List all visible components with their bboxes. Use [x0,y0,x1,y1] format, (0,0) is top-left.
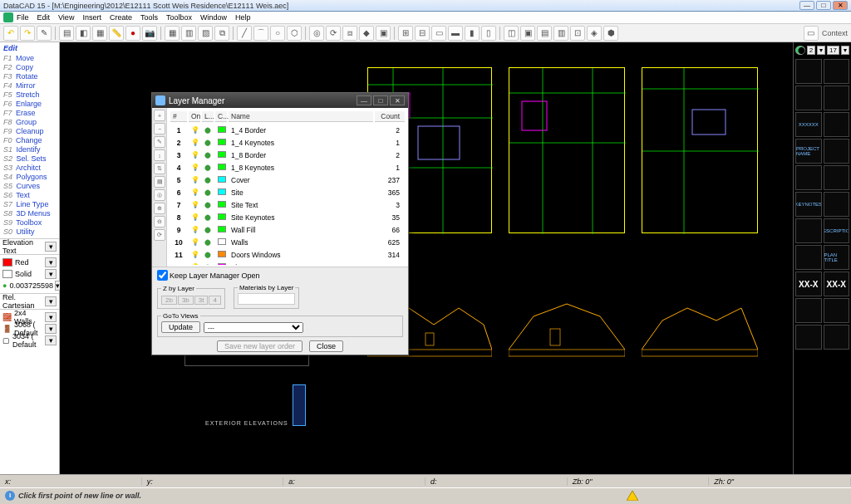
lock-icon[interactable]: ⬤ [204,177,211,183]
layer-name[interactable]: 1_4 Keynotes [229,138,373,147]
layer-tool-icon[interactable]: ⊕ [154,203,165,214]
sheet-thumbnail[interactable]: XX-X [824,272,850,296]
fkey-3d-menus[interactable]: S8 3D Menus [3,209,56,218]
fkey-stretch[interactable]: F5 Stretch [3,91,56,100]
chevron-down-icon[interactable]: ▾ [45,335,57,345]
bulb-icon[interactable]: 💡 [191,139,199,146]
fkey-identify[interactable]: S1 Identify [3,145,56,154]
scale-value[interactable]: 0.003725598 [9,281,53,290]
tool-icon[interactable]: ▤ [537,26,552,41]
layer-name[interactable]: Site Text [229,200,373,209]
fkey-rotate[interactable]: F3 Rotate [3,72,56,81]
color-swatch[interactable] [2,258,12,267]
bulb-icon[interactable]: 💡 [191,188,199,196]
tool-icon[interactable]: ◈ [587,26,602,41]
menu-window[interactable]: Window [200,13,227,22]
fkey-curves[interactable]: S5 Curves [3,182,56,191]
dialog-titlebar[interactable]: Layer Manager — □ ✕ [152,93,408,108]
panel-counter[interactable]: 17 [827,46,839,55]
tab-button[interactable]: 3t [194,296,209,305]
bulb-icon[interactable]: 💡 [191,176,199,183]
col-index[interactable]: # [170,111,187,122]
dialog-minimize-button[interactable]: — [357,95,371,105]
lock-icon[interactable]: ⬤ [204,252,211,257]
lock-icon[interactable]: ⬤ [204,164,211,170]
layer-table[interactable]: # On L... C... Name Count 1💡⬤1_4 Border2… [167,108,408,267]
save-order-button[interactable]: Save new layer order [217,340,303,352]
lock-icon[interactable]: ⬤ [204,127,211,133]
layer-color-swatch[interactable] [218,201,226,208]
tool-icon[interactable]: ▥ [553,26,568,41]
fkey-text[interactable]: S6 Text [3,191,56,200]
sheet-thumbnail[interactable]: XX-X [795,272,822,296]
sheet-thumbnail[interactable] [824,192,850,217]
tool-icon[interactable]: ◧ [76,26,91,41]
layer-color-swatch[interactable] [218,176,226,183]
fkey-enlarge[interactable]: F6 Enlarge [3,100,56,109]
sheet-thumbnail[interactable]: XXXXXX [795,112,822,137]
menu-create[interactable]: Create [110,13,132,22]
chevron-down-icon[interactable]: ▾ [45,324,57,334]
bulb-icon[interactable]: 💡 [191,201,199,208]
sheet-thumbnail[interactable] [824,86,850,110]
line-icon[interactable]: ╱ [237,26,252,41]
layer-color-swatch[interactable] [218,188,226,195]
layer-row[interactable]: 8💡⬤Site Keynotes35 [169,211,406,223]
linetype-swatch[interactable] [2,270,12,278]
hatch-icon[interactable]: ▨ [198,26,213,41]
lock-icon[interactable]: ⬤ [204,202,211,208]
sheet-thumbnail[interactable]: PLAN TITLE [824,245,850,270]
fkey-line-type[interactable]: S7 Line Type [3,200,56,209]
close-button[interactable]: ✕ [833,1,848,10]
text-style-dropdown[interactable]: Elevation Text [2,238,43,255]
sheet-thumbnail[interactable] [824,325,850,350]
layer-name[interactable]: Site Keynotes [229,213,373,222]
fkey-erase[interactable]: F7 Erase [3,109,56,118]
fkey-architct[interactable]: S3 Architct [3,164,56,173]
layer-color-swatch[interactable] [218,263,226,266]
sheet-thumbnail[interactable] [795,86,822,110]
bulb-icon[interactable]: 💡 [191,151,199,159]
maximize-button[interactable]: □ [816,1,831,10]
tab-button[interactable]: 3b [178,296,194,305]
fkey-move[interactable]: F1 Move [3,54,56,63]
window-type[interactable]: 3034 ( Default [12,332,43,349]
layer-tool-icon[interactable]: ⊖ [154,216,165,228]
lock-icon[interactable]: ⬤ [204,152,211,158]
sheet-thumbnail[interactable] [824,112,850,137]
lock-icon[interactable]: ⬤ [204,189,211,195]
chevron-down-icon[interactable]: ▾ [45,242,57,252]
layer-color-swatch[interactable] [218,226,226,232]
dialog-maximize-button[interactable]: □ [373,95,388,105]
tool-icon[interactable]: ⟳ [326,26,341,41]
goto-view-select[interactable]: --- [204,322,303,333]
camera-icon[interactable]: 📷 [142,26,157,41]
layer-color-swatch[interactable] [218,213,226,220]
tool-icon[interactable]: ⬢ [603,26,618,41]
sheet-thumbnail[interactable]: PROJECT NAME [795,139,822,164]
lock-icon[interactable]: ⬤ [204,214,211,220]
minimize-button[interactable]: — [799,1,814,10]
close-dialog-button[interactable]: Close [309,340,343,352]
color-name[interactable]: Red [15,258,43,267]
col-count[interactable]: Count [375,111,405,122]
layer-row[interactable]: 11💡⬤Doors Windows314 [169,248,406,261]
layer-name[interactable]: 1_4 Border [229,125,373,135]
tool-icon[interactable]: ✎ [37,26,52,41]
menu-view[interactable]: View [58,13,74,22]
sheet-thumbnail[interactable] [824,165,850,190]
layer-color-swatch[interactable] [218,151,226,158]
circle-icon[interactable]: ○ [270,26,285,41]
coord-mode-dropdown[interactable]: Rel. Cartesian [2,293,43,310]
fkey-mirror[interactable]: F4 Mirror [3,81,56,91]
layer-row[interactable]: 2💡⬤1_4 Keynotes1 [169,136,406,149]
sheet-thumbnail[interactable] [795,245,822,270]
layer-name[interactable]: Doors Windows [229,250,373,259]
new-layer-icon[interactable]: + [154,110,165,121]
delete-layer-icon[interactable]: − [154,123,165,135]
tool-icon[interactable]: ▣ [376,26,391,41]
layer-color-swatch[interactable] [218,238,226,245]
layer-color-swatch[interactable] [218,139,226,145]
tool-icon[interactable]: ▭ [431,26,446,41]
color-icon[interactable]: ● [125,26,140,41]
